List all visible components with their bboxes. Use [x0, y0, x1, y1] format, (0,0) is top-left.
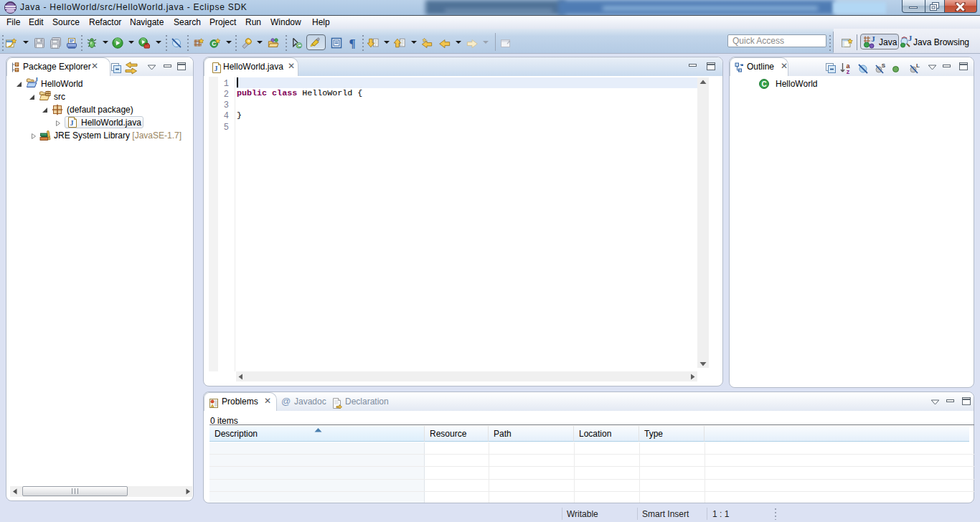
svg-text:C: C	[297, 42, 301, 49]
svg-text:L: L	[916, 62, 920, 69]
svg-text:C: C	[212, 40, 216, 47]
svg-text:S: S	[882, 62, 886, 69]
svg-text:J: J	[871, 35, 875, 43]
svg-text:z: z	[847, 68, 850, 75]
svg-text:C: C	[761, 80, 766, 88]
svg-text:J: J	[70, 119, 74, 127]
svg-text:J: J	[34, 77, 38, 83]
svg-text:¶: ¶	[349, 37, 355, 49]
svg-text:J: J	[215, 65, 218, 72]
svg-text:J: J	[908, 35, 913, 42]
